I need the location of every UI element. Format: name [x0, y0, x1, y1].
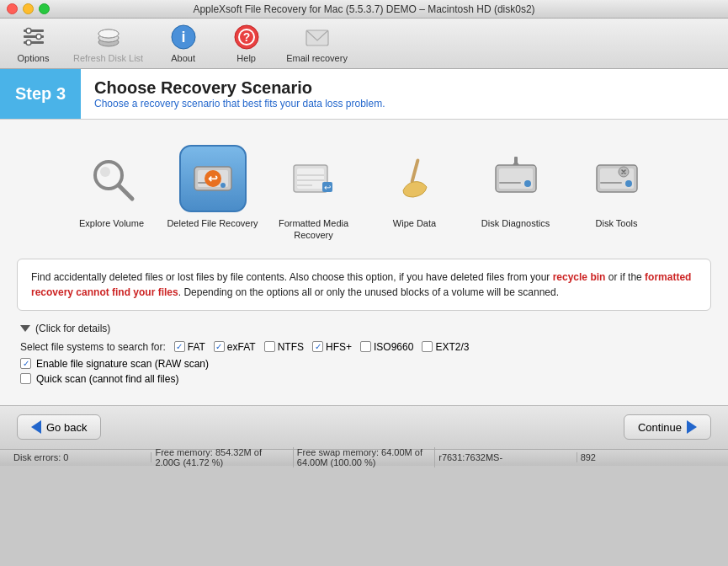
svg-rect-38 — [514, 157, 518, 165]
step-subtitle: Choose a recovery scenario that best fit… — [94, 98, 385, 109]
fs-option-exfat[interactable]: ✓ exFAT — [214, 341, 256, 353]
title-bar: AppleXsoft File Recovery for Mac (5.5.3.… — [0, 0, 728, 19]
details-toggle[interactable]: (Click for details) — [20, 323, 708, 334]
refresh-disk-list-icon — [95, 24, 122, 51]
description-box: Find accidentally deleted files or lost … — [17, 259, 711, 311]
toolbar-item-email-recovery[interactable]: Email recovery — [286, 24, 348, 63]
about-label: About — [171, 53, 195, 63]
iso9660-checkbox[interactable] — [360, 341, 371, 352]
fs-option-iso9660[interactable]: ISO9660 — [360, 341, 413, 353]
toolbar-item-about[interactable]: i About — [160, 24, 206, 63]
exfat-checkbox[interactable]: ✓ — [214, 341, 225, 352]
ext23-label: EXT2/3 — [435, 341, 469, 353]
svg-point-4 — [36, 35, 41, 40]
scenario-formatted-media-recovery[interactable]: ↩ Formatted Media Recovery — [268, 145, 360, 242]
toolbar: Options Refresh Disk List i About — [0, 19, 728, 69]
disk-tools-icon — [590, 152, 644, 206]
ntfs-label: NTFS — [278, 341, 304, 353]
wipe-data-label: Wipe Data — [393, 217, 436, 229]
svg-rect-37 — [499, 182, 521, 184]
fs-option-fat[interactable]: ✓ FAT — [174, 341, 205, 353]
fs-option-ntfs[interactable]: NTFS — [264, 341, 304, 353]
status-bar: Disk errors: 0 Free memory: 854.32M of 2… — [0, 449, 728, 466]
window-title: AppleXsoft File Recovery for Mac (5.5.3.… — [193, 3, 534, 15]
fs-row: Select file systems to search for: ✓ FAT… — [20, 341, 708, 353]
disk-diagnostics-icon — [489, 152, 543, 206]
explore-volume-icon-wrap — [78, 145, 146, 212]
hfsplus-checkbox[interactable]: ✓ — [312, 341, 323, 352]
wipe-data-icon-wrap — [381, 145, 449, 212]
svg-text:↩: ↩ — [324, 183, 331, 192]
scenarios: Explore Volume ↩ Deleted File Recovery — [17, 136, 711, 259]
disk-diagnostics-label: Disk Diagnostics — [481, 217, 550, 229]
maximize-button[interactable] — [39, 3, 50, 14]
fat-checkbox[interactable]: ✓ — [174, 341, 185, 352]
svg-rect-33 — [410, 158, 420, 184]
help-icon: ? — [233, 24, 260, 51]
ext23-checkbox[interactable] — [422, 341, 433, 352]
step-badge: Step 3 — [0, 69, 81, 119]
deleted-file-recovery-icon-wrap: ↩ — [179, 145, 247, 212]
fs-option-hfsplus[interactable]: ✓ HFS+ — [312, 341, 352, 353]
svg-point-3 — [26, 29, 31, 34]
email-recovery-icon — [304, 24, 331, 51]
svg-point-36 — [524, 180, 531, 187]
toolbar-item-help[interactable]: ? Help — [223, 24, 269, 63]
go-back-button[interactable]: Go back — [17, 414, 101, 440]
disk-tools-icon-wrap — [583, 145, 651, 212]
status-version: r7631:7632MS- — [435, 452, 577, 462]
svg-rect-16 — [306, 30, 328, 45]
status-free-memory: Free memory: 854.32M of 2.00G (41.72 %) — [151, 447, 293, 467]
scenario-deleted-file-recovery[interactable]: ↩ Deleted File Recovery — [167, 145, 259, 242]
fs-label: Select file systems to search for: — [20, 341, 166, 353]
toolbar-item-refresh-disk-list[interactable]: Refresh Disk List — [73, 24, 143, 63]
svg-point-9 — [98, 29, 119, 38]
scenario-disk-tools[interactable]: Disk Tools — [571, 145, 663, 242]
options-icon — [20, 24, 47, 51]
quick-scan-label: Quick scan (cannot find all files) — [36, 373, 178, 385]
close-button[interactable] — [7, 3, 18, 14]
scenario-explore-volume[interactable]: Explore Volume — [66, 145, 158, 242]
svg-text:↩: ↩ — [208, 172, 218, 185]
continue-button[interactable]: Continue — [624, 414, 711, 440]
description-text: Find accidentally deleted files or lost … — [31, 271, 691, 298]
scenario-wipe-data[interactable]: Wipe Data — [369, 145, 461, 242]
raw-scan-row: ✓ Enable file signature scan (RAW scan) — [20, 358, 708, 370]
bottom-bar: Go back Continue — [0, 405, 728, 449]
quick-scan-row: Quick scan (cannot find all files) — [20, 373, 708, 385]
exfat-label: exFAT — [227, 341, 256, 353]
iso9660-label: ISO9660 — [374, 341, 413, 353]
continue-arrow-icon — [687, 420, 697, 434]
quick-scan-checkbox[interactable] — [20, 373, 31, 384]
svg-line-18 — [119, 185, 132, 199]
svg-point-22 — [221, 183, 226, 188]
svg-point-19 — [100, 167, 110, 177]
fs-options: ✓ FAT ✓ exFAT NTFS ✓ HFS+ — [174, 341, 470, 353]
svg-text:i: i — [181, 29, 185, 45]
details-toggle-icon — [20, 325, 30, 332]
details-section: (Click for details) Select file systems … — [17, 323, 711, 385]
status-free-swap: Free swap memory: 64.00M of 64.00M (100.… — [294, 447, 435, 467]
explore-volume-label: Explore Volume — [79, 217, 144, 229]
status-disk-errors: Disk errors: 0 — [10, 452, 151, 462]
step-header: Step 3 Choose Recovery Scenario Choose a… — [0, 69, 728, 120]
scenario-disk-diagnostics[interactable]: Disk Diagnostics — [470, 145, 562, 242]
formatted-media-recovery-icon: ↩ — [287, 152, 341, 206]
wipe-data-icon — [388, 152, 442, 206]
step-title: Choose Recovery Scenario — [94, 78, 385, 98]
svg-text:?: ? — [242, 30, 250, 44]
disk-diagnostics-icon-wrap — [482, 145, 550, 212]
fat-label: FAT — [188, 341, 205, 353]
ntfs-checkbox[interactable] — [264, 341, 275, 352]
minimize-button[interactable] — [23, 3, 34, 14]
toolbar-item-options[interactable]: Options — [10, 24, 56, 63]
deleted-file-recovery-label: Deleted File Recovery — [167, 217, 258, 229]
status-count: 892 — [577, 452, 718, 462]
about-icon: i — [170, 24, 197, 51]
raw-scan-checkbox[interactable]: ✓ — [20, 358, 31, 369]
fs-option-ext23[interactable]: EXT2/3 — [422, 341, 469, 353]
raw-scan-label: Enable file signature scan (RAW scan) — [36, 358, 209, 370]
window-controls — [7, 3, 50, 14]
go-back-label: Go back — [46, 421, 87, 434]
deleted-file-recovery-icon: ↩ — [189, 155, 236, 202]
